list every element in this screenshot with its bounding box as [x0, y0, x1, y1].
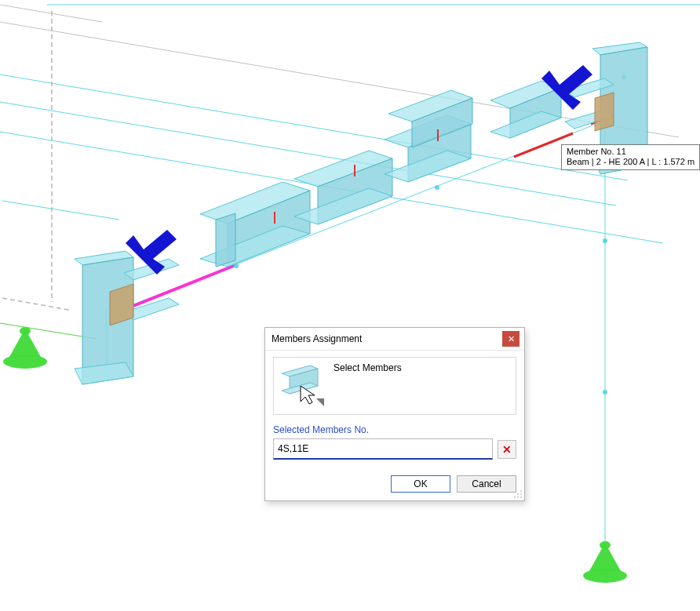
- svg-point-27: [600, 541, 611, 549]
- svg-point-24: [20, 327, 31, 335]
- model-viewport[interactable]: [0, 0, 700, 611]
- selected-members-section-label: Selected Members No.: [273, 424, 516, 435]
- svg-line-8: [2, 201, 119, 220]
- dialog-titlebar[interactable]: Members Assignment ✕: [265, 328, 524, 351]
- tooltip-line1: Member No. 11: [567, 147, 695, 157]
- select-members-panel: Select Members: [273, 357, 516, 415]
- select-members-icon[interactable]: [279, 362, 326, 406]
- support-right: [583, 541, 627, 583]
- beam-segment-2[interactable]: [294, 151, 392, 224]
- column-connection-left[interactable]: [75, 251, 179, 384]
- svg-point-70: [520, 496, 522, 498]
- svg-marker-54: [595, 93, 614, 131]
- dialog-title-text: Members Assignment: [272, 333, 362, 344]
- beam-segment-1[interactable]: [200, 182, 310, 267]
- beam-segment-3[interactable]: [385, 90, 472, 182]
- resize-grip-icon[interactable]: [513, 489, 523, 499]
- member-tooltip: Member No. 11 Beam | 2 - HE 200 A | L : …: [561, 144, 700, 170]
- select-members-label: Select Members: [334, 362, 402, 373]
- svg-point-69: [517, 496, 519, 498]
- cancel-button[interactable]: Cancel: [457, 475, 516, 493]
- x-icon: ✕: [502, 443, 512, 456]
- svg-marker-31: [216, 213, 235, 267]
- support-left: [3, 327, 47, 369]
- svg-line-1: [2, 298, 69, 310]
- svg-point-18: [435, 185, 439, 190]
- beam-segment-4[interactable]: [490, 81, 561, 138]
- close-icon: ✕: [508, 335, 515, 344]
- tooltip-line2: Beam | 2 - HE 200 A | L : 1.572 m: [567, 157, 695, 167]
- dialog-close-button[interactable]: ✕: [502, 331, 520, 347]
- svg-point-65: [520, 490, 522, 492]
- svg-marker-64: [316, 398, 324, 406]
- clear-selection-button[interactable]: ✕: [498, 440, 516, 459]
- svg-point-68: [514, 496, 516, 498]
- selected-members-input[interactable]: [273, 438, 493, 460]
- svg-point-66: [517, 493, 519, 495]
- svg-point-67: [520, 493, 522, 495]
- ok-button[interactable]: OK: [391, 475, 450, 493]
- members-assignment-dialog[interactable]: Members Assignment ✕ Select Members: [264, 327, 525, 501]
- svg-line-2: [0, 5, 102, 22]
